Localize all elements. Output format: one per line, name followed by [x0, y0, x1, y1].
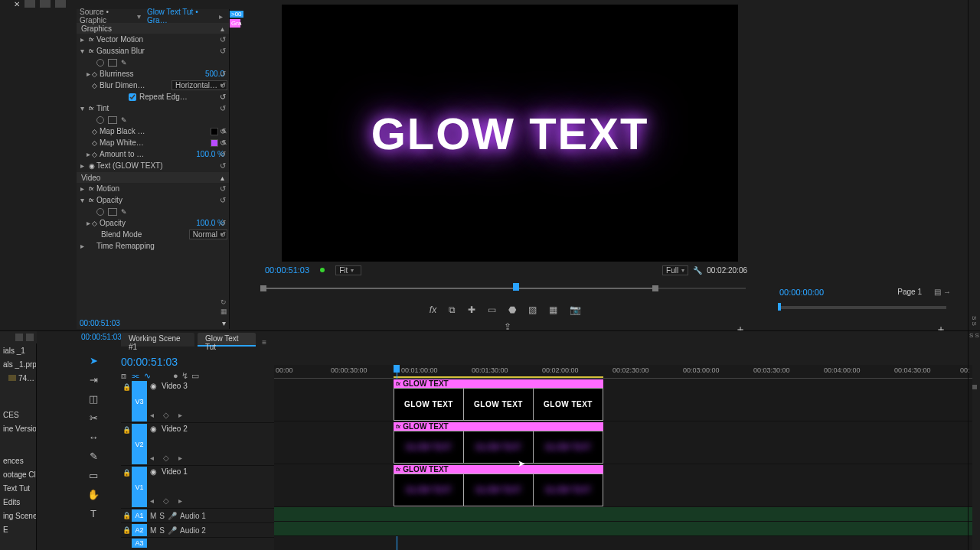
lock-icon[interactable]: 🔒 — [121, 423, 132, 465]
track-header-a3-collapsed[interactable]: A3 — [121, 538, 274, 548]
prop-map-white[interactable]: ◇ Map White… ✎ ↺ — [77, 137, 229, 148]
project-item[interactable]: E — [0, 522, 36, 536]
monitor-playhead[interactable] — [513, 283, 519, 291]
safe-margins-icon[interactable]: ▭ — [488, 304, 496, 318]
prop-opacity[interactable]: ▸◇ Opacity 100.0 % ↺ — [77, 217, 229, 229]
mask-shapes[interactable]: ✎ — [96, 59, 127, 67]
reset-icon[interactable]: ↺ — [220, 161, 226, 170]
clip-v1[interactable]: fxGLOW TEXT GLOW TEXT GLOW TEXT GLOW TEX… — [394, 465, 603, 506]
resolution-dropdown[interactable]: Full — [662, 265, 688, 275]
list-view-icon[interactable] — [15, 334, 23, 341]
tab-icon[interactable] — [24, 0, 35, 8]
lock-icon[interactable]: 🔒 — [121, 466, 132, 508]
add-marker-icon[interactable]: ✚ — [468, 304, 475, 318]
fx-motion[interactable]: ▸fx Motion ↺ — [77, 183, 229, 194]
eye-icon[interactable] — [150, 467, 157, 476]
track-v3[interactable]: fxGLOW TEXT GLOW TEXT GLOW TEXT GLOW TEX… — [274, 379, 972, 421]
crop-icon[interactable]: ▧ — [528, 304, 537, 318]
reset-icon[interactable]: ↺ — [220, 81, 226, 89]
prev-key-icon[interactable]: ◂ — [150, 496, 154, 505]
mute-button[interactable]: M — [150, 512, 156, 520]
timeline-ruler[interactable]: 00:00 00:00:30:00 00:01:00:00 00:01:30:0… — [274, 365, 972, 379]
rectangle-tool[interactable]: ▭ — [87, 469, 100, 481]
collapse-icon[interactable]: ▴ — [220, 24, 224, 33]
clip-v3[interactable]: fxGLOW TEXT GLOW TEXT GLOW TEXT GLOW TEX… — [394, 379, 603, 420]
camera-icon[interactable]: 📷 — [570, 304, 581, 318]
project-item[interactable]: Text Tut — [0, 481, 36, 495]
track-select-tool[interactable]: ⇥ — [87, 373, 100, 386]
keyframe-icon[interactable] — [163, 454, 169, 462]
prev-key-icon[interactable]: ◂ — [150, 411, 154, 419]
track-header-a2[interactable]: 🔒 A2 MS🎤Audio 2 — [121, 523, 274, 538]
close-icon[interactable]: ✕ — [14, 0, 20, 11]
collapsed-audio-meters[interactable]: S S — [968, 330, 980, 550]
track-a1[interactable] — [274, 507, 972, 522]
next-key-icon[interactable]: ▸ — [178, 454, 182, 462]
track-target-v3[interactable]: V3 — [132, 381, 147, 421]
solo-button[interactable]: S — [159, 526, 165, 535]
reset-icon[interactable]: ↺ — [220, 47, 226, 55]
project-item[interactable]: ine Versions — [0, 421, 36, 435]
eye-icon[interactable] — [150, 425, 157, 433]
right-playhead[interactable] — [778, 303, 781, 311]
lock-icon[interactable]: 🔒 — [121, 380, 132, 422]
fx-vector-motion[interactable]: ▸fx Vector Motion ↺ — [77, 34, 229, 45]
tab-icon[interactable] — [40, 0, 51, 8]
timeline-timecode[interactable]: 00:00:51:03 — [121, 356, 178, 368]
marker-shield-icon[interactable]: ⬣ — [508, 304, 516, 318]
track-v1[interactable]: fxGLOW TEXT GLOW TEXT GLOW TEXT GLOW TEX… — [274, 464, 972, 507]
wrench-icon[interactable]: 🔧 — [693, 266, 702, 275]
zoom-fit-dropdown[interactable]: Fit — [335, 265, 361, 275]
keyframe-icon[interactable] — [163, 496, 169, 505]
fx-text-layer[interactable]: ▸◉ Text (GLOW TEXT) ↺ — [77, 160, 229, 171]
prop-repeat-edge[interactable]: Repeat Edg… ↺ — [77, 91, 229, 103]
reset-icon[interactable]: ↺ — [220, 184, 226, 193]
reset-icon[interactable]: ↺ — [220, 104, 226, 112]
track-v2[interactable]: fxGLOW TEXT GLOW TEXT GLOW TEXT GLOW TEX… — [274, 421, 972, 464]
right-collapsed-panel[interactable]: S S — [968, 0, 980, 330]
project-item[interactable]: ootage Clips — [0, 467, 36, 481]
prop-blur-dimensions[interactable]: ◇ Blur Dimen… Horizontal… ↺ — [77, 80, 229, 91]
mic-icon[interactable]: 🎤 — [168, 512, 177, 520]
right-timecode[interactable]: 00:00:00:00 — [779, 288, 824, 297]
monitor-viewport[interactable]: GLOW TEXT — [282, 5, 738, 262]
trash-icon[interactable]: ▦ — [220, 308, 227, 315]
lock-icon[interactable]: 🔒 — [121, 523, 132, 537]
tab-menu-icon[interactable]: ≡ — [262, 338, 266, 347]
tab-icon[interactable] — [55, 0, 66, 8]
tab-working-scene[interactable]: Working Scene #1 — [121, 333, 194, 347]
reset-icon[interactable]: ↺ — [220, 138, 226, 147]
track-header-v3[interactable]: 🔒 V3 Video 3 ◂▸ — [121, 380, 274, 423]
razor-tool[interactable]: ✂ — [87, 412, 100, 424]
fx-tint[interactable]: ▾fx Tint ↺ — [77, 103, 229, 114]
reset-icon[interactable]: ↺ — [220, 150, 226, 158]
fx-badge-icon[interactable]: fx — [430, 304, 436, 318]
clip-v2[interactable]: fxGLOW TEXT GLOW TEXT GLOW TEXT GLOW TEX… — [394, 422, 603, 463]
fx-time-remapping[interactable]: ▸ Time Remapping — [77, 240, 229, 252]
mask-shapes[interactable]: ✎ — [96, 116, 127, 124]
hand-tool[interactable]: ✋ — [87, 488, 100, 500]
track-target-v2[interactable]: V2 — [132, 424, 147, 464]
lock-icon[interactable]: 🔒 — [121, 509, 132, 522]
reset-icon[interactable]: ↺ — [220, 70, 226, 78]
repeat-edge-checkbox[interactable] — [129, 93, 136, 101]
video-section-header[interactable]: Video ▴ — [77, 172, 229, 183]
track-target-a3[interactable]: A3 — [132, 539, 147, 548]
keyframe-icon[interactable] — [163, 411, 169, 419]
project-item[interactable]: Edits — [0, 495, 36, 509]
graphics-section-header[interactable]: Graphics ▴ — [77, 23, 229, 34]
filter-icon[interactable]: ▾ — [222, 319, 226, 327]
pen-tool[interactable]: ✎ — [87, 450, 100, 462]
prop-blurriness[interactable]: ▸◇ Blurriness 500.0 ↺ — [77, 68, 229, 80]
reset-icon[interactable]: ↺ — [220, 93, 226, 101]
prop-blend-mode[interactable]: Blend Mode Normal ↺ — [77, 229, 229, 240]
next-key-icon[interactable]: ▸ — [178, 411, 182, 419]
track-header-a1[interactable]: 🔒 A1 MS🎤Audio 1 — [121, 509, 274, 523]
mic-icon[interactable]: 🎤 — [168, 526, 177, 535]
track-target-a1[interactable]: A1 — [132, 509, 147, 522]
solo-button[interactable]: S — [159, 512, 165, 520]
mute-button[interactable]: M — [150, 526, 156, 535]
slip-tool[interactable]: ↔ — [87, 431, 100, 443]
purple-swatch[interactable] — [211, 139, 218, 147]
collapse-icon[interactable]: ▴ — [220, 174, 224, 182]
